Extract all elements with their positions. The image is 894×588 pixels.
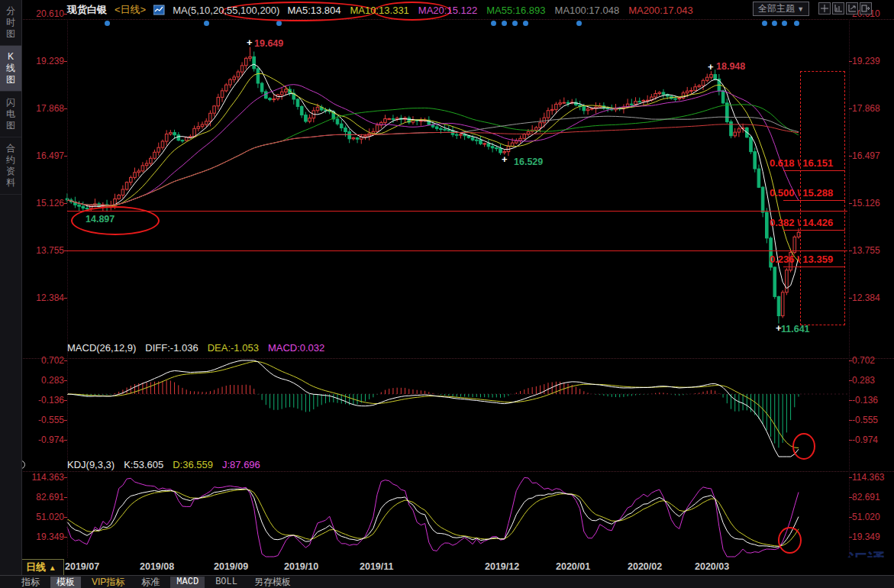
price-tick-left: 16.497 [23, 150, 64, 161]
separator [21, 358, 894, 359]
tick-mark [849, 360, 852, 361]
ma-value-label: MA5:13.804 [287, 5, 340, 16]
price-tick-left: 0.702 [23, 355, 64, 366]
period-label: 日线 [26, 561, 46, 573]
period-selector-button[interactable]: 日线 ▲ [18, 559, 64, 576]
date-tick-label: 2019/08 [140, 561, 174, 572]
ma-value-label: MA200:17.043 [628, 5, 693, 16]
separator [21, 19, 894, 20]
separator [21, 471, 894, 472]
tick-mark [849, 108, 852, 109]
chart-header: 现货白银 <日线> MA(5,10,20,55,100,200) MA5:13.… [21, 0, 894, 19]
date-axis: 日线 ▲ 2019/072019/082019/092019/102019/11… [0, 557, 894, 575]
tick-mark [64, 400, 67, 401]
date-tick-label: 2019/07 [65, 561, 99, 572]
sidebar-tab-合约资料[interactable]: 合约资料 [0, 137, 21, 195]
chart-type-icon[interactable] [153, 5, 165, 15]
kdj-indicator-header: KDJ(9,3,3)K:53.605D:36.559J:87.696 [67, 459, 260, 470]
sidebar-tab-闪电图[interactable]: 闪电图 [0, 92, 21, 137]
indicator-value-label: DEA:-1.053 [208, 342, 259, 354]
price-tick-left: 114.363 [23, 472, 64, 483]
pop-out-icon[interactable] [860, 2, 872, 15]
tick-mark [64, 250, 67, 251]
tick-mark [64, 477, 67, 478]
tick-mark [849, 517, 852, 518]
price-tick-right: -0.136 [852, 395, 893, 405]
price-tick-right: 114.363 [852, 472, 893, 483]
date-tick-label: 2020/03 [695, 561, 729, 572]
tick-mark [849, 537, 852, 538]
indicator-value-label: MACD:0.032 [268, 342, 324, 354]
ma-value-label: MA20:15.122 [418, 5, 477, 16]
fit-chart-icon[interactable] [832, 2, 844, 15]
price-tick-right: 51.020 [852, 512, 893, 522]
ma-settings: MA(5,10,20,55,100,200) [173, 5, 279, 16]
tick-mark [64, 61, 67, 62]
price-tick-right: 15.126 [852, 198, 893, 208]
price-tick-left: 0.283 [23, 375, 64, 386]
date-tick-label: 2020/02 [628, 561, 662, 572]
toolbar-tab-另存模板[interactable]: 另存模板 [248, 577, 297, 588]
indicator-value-label: MACD(26,12,9) [67, 342, 136, 354]
tick-mark [849, 497, 852, 498]
bottom-toolbar: 指标模板VIP指标标准MACDBOLL另存模板 [0, 575, 894, 588]
ma-value-label: MA55:16.893 [486, 5, 545, 16]
date-tick-label: 2020/01 [556, 561, 590, 572]
indicator-value-label: K:53.605 [124, 459, 163, 470]
tick-mark [849, 203, 852, 204]
tick-mark [849, 400, 852, 401]
tick-mark [849, 440, 852, 441]
tick-mark [64, 420, 67, 421]
tick-mark [64, 380, 67, 381]
trading-terminal: 分时图K线图闪电图合约资料 现货白银 <日线> MA(5,10,20,55,10… [0, 0, 894, 588]
left-sidebar: 分时图K线图闪电图合约资料 [0, 0, 22, 588]
theme-dropdown-button[interactable]: 全部主题 ▼ [753, 2, 809, 16]
scale-axis-icon[interactable] [846, 2, 858, 15]
date-tick-label: 2019/11 [360, 561, 394, 572]
toolbar-tab-模板[interactable]: 模板 [50, 577, 81, 588]
tick-mark [64, 360, 67, 361]
price-tick-right: 17.868 [852, 103, 893, 114]
tick-mark [849, 61, 852, 62]
price-chart-canvas[interactable] [0, 0, 894, 588]
price-tick-right: 12.384 [852, 292, 893, 303]
tick-mark [64, 497, 67, 498]
toolbar-tab-标准[interactable]: 标准 [135, 577, 166, 588]
toolbar-tab-BOLL[interactable]: BOLL [209, 577, 244, 588]
price-tick-right: 16.497 [852, 150, 893, 161]
indicator-value-label: D:36.559 [173, 459, 213, 470]
tick-mark [64, 156, 67, 157]
tick-mark [64, 440, 67, 441]
price-tick-left: 17.868 [23, 103, 64, 114]
theme-dropdown-label: 全部主题 [758, 3, 795, 14]
price-tick-left: 12.384 [23, 292, 64, 303]
indicator-value-label: J:87.696 [222, 459, 260, 470]
plot-left-border [67, 19, 68, 557]
symbol-name: 现货白银 [67, 3, 107, 17]
tick-mark [849, 156, 852, 157]
pan-icon[interactable] [818, 2, 831, 15]
chevron-down-icon: ▼ [797, 5, 804, 13]
price-tick-left: 51.020 [23, 512, 64, 522]
price-tick-left: -0.974 [23, 435, 64, 445]
price-tick-right: 19.349 [852, 531, 893, 542]
price-tick-right: 0.702 [852, 355, 893, 366]
price-tick-right: 0.283 [852, 375, 893, 386]
triangle-up-icon: ▲ [49, 564, 56, 572]
toolbar-tab-VIP指标[interactable]: VIP指标 [86, 577, 131, 588]
price-tick-right: -0.555 [852, 415, 893, 425]
sidebar-tab-K线图[interactable]: K线图 [0, 46, 21, 92]
indicator-value-label: KDJ(9,3,3) [67, 459, 115, 470]
price-tick-right: 82.691 [852, 492, 893, 502]
toolbar-tab-MACD[interactable]: MACD [170, 577, 205, 588]
tick-mark [64, 537, 67, 538]
ma-value-label: MA100:17.048 [555, 5, 620, 16]
sidebar-tab-分时图[interactable]: 分时图 [0, 0, 21, 46]
date-tick-label: 2019/10 [284, 561, 318, 572]
tick-mark [64, 298, 67, 299]
tick-mark [64, 108, 67, 109]
tick-mark [849, 298, 852, 299]
toolbar-tab-指标[interactable]: 指标 [15, 577, 46, 588]
tick-mark [64, 203, 67, 204]
tick-mark [849, 250, 852, 251]
